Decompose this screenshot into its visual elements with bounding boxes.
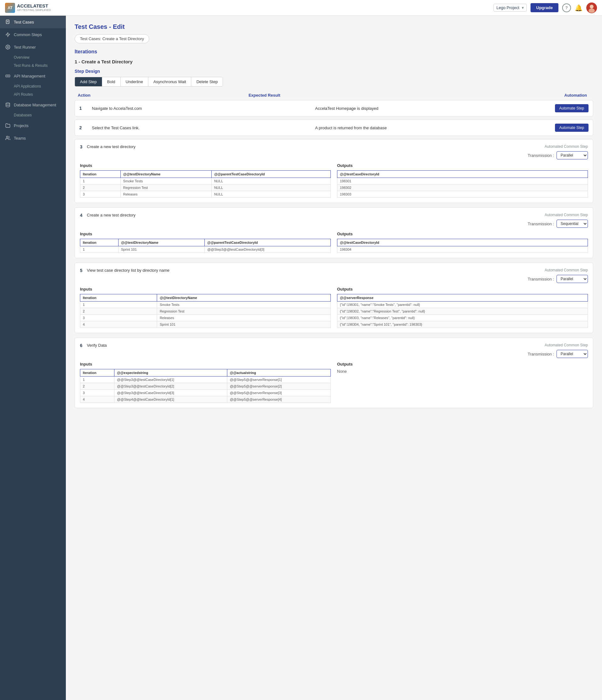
step-title: Create a new test directory [87, 144, 528, 149]
outputs-table: @@serverResponse {"id":198301, "name":"S… [337, 294, 588, 328]
inputs-section: Inputs Iteration @@testDirectoryName 1Sm… [80, 287, 331, 328]
upgrade-button[interactable]: Upgrade [530, 3, 558, 12]
step-right: Automated Common Step Transmission : Par… [528, 144, 588, 159]
col-header: @@actualstring [227, 369, 331, 376]
avatar[interactable] [586, 2, 597, 13]
breadcrumb[interactable]: Test Cases: Create a Test Directory [75, 34, 149, 43]
inputs-section: Inputs Iteration @@expectedstring @@actu… [80, 362, 331, 403]
step-action: Navigate to AccelaTest.com [92, 106, 312, 111]
transmission-select[interactable]: Parallel Sequential [556, 275, 588, 283]
expected-header: Expected Result [248, 92, 420, 99]
col-header: @@expectedstring [114, 369, 227, 376]
gear-icon [5, 45, 11, 50]
project-select[interactable]: Lego Project ▾ [494, 4, 527, 11]
sidebar-sub-test-runs[interactable]: Test Runs & Results [0, 61, 66, 70]
sidebar-sub-overview[interactable]: Overview [0, 53, 66, 61]
io-container: Inputs Iteration @@testDirectoryName @@p… [80, 231, 588, 253]
sidebar-item-common-steps[interactable]: Common Steps [0, 28, 66, 41]
sidebar-sub-api-applications[interactable]: API Applications [0, 82, 66, 90]
outputs-table: @@testCaseDirectoryId 198304 [337, 239, 588, 253]
inputs-table: Iteration @@expectedstring @@actualstrin… [80, 369, 331, 403]
logo-tagline: API TESTING SIMPLIFIED [17, 9, 51, 12]
automate-step-button[interactable]: Automate Step [555, 124, 588, 132]
inputs-table: Iteration @@testDirectoryName 1Smoke Tes… [80, 294, 331, 328]
table-row: 198301 [337, 178, 588, 184]
sidebar-item-test-runner[interactable]: Test Runner [0, 41, 66, 53]
page-title: Test Cases - Edit [75, 23, 593, 30]
async-wait-button[interactable]: Asynchronus Wait [148, 77, 191, 86]
lightning-icon [5, 32, 11, 37]
table-row: 1Smoke TestsNULL [80, 178, 331, 184]
step-right: Automated Common Step Transmission : Par… [528, 213, 588, 228]
outputs-heading: Outputs [337, 287, 588, 292]
transmission-row: Transmission : Parallel Sequential [528, 151, 588, 159]
sidebar-item-label: Teams [14, 136, 26, 141]
inputs-table: Iteration @@testDirectoryName @@parentTe… [80, 170, 331, 198]
delete-step-button[interactable]: Delete Step [191, 77, 223, 86]
outputs-heading: Outputs [337, 362, 588, 367]
table-row: 3ReleasesNULL [80, 191, 331, 198]
sidebar-item-label: Projects [14, 123, 29, 128]
sidebar-sub-api-routes[interactable]: API Routes [0, 90, 66, 99]
sidebar-item-teams[interactable]: Teams [0, 132, 66, 144]
automated-label: Automated Common Step [545, 144, 588, 149]
transmission-label: Transmission : [528, 277, 554, 281]
bold-button[interactable]: Bold [102, 77, 121, 86]
table-row: 3@@Step3@@testCaseDirectoryId[3]@@Step5@… [80, 390, 331, 396]
step-expected: A product is returned from the database [315, 125, 535, 130]
outputs-table: @@testCaseDirectoryId 198301 198302 1983… [337, 170, 588, 198]
sidebar-item-database-management[interactable]: Database Management [0, 99, 66, 111]
svg-point-10 [6, 136, 8, 138]
inputs-heading: Inputs [80, 163, 331, 168]
sidebar-sub-databases[interactable]: Databases [0, 111, 66, 119]
step-right: Automated Common Step Transmission : Par… [528, 343, 588, 358]
table-row: {"id":198303, "name":"Releases", "parent… [337, 315, 588, 321]
table-row: 4Sprint 101 [80, 321, 331, 328]
sidebar-item-api-management[interactable]: API Management [0, 70, 66, 82]
help-button[interactable]: ? [562, 3, 571, 12]
inputs-section: Inputs Iteration @@testDirectoryName @@p… [80, 163, 331, 198]
transmission-select[interactable]: Parallel Sequential [556, 350, 588, 358]
automation-header: Automation [419, 92, 590, 99]
automate-step-button[interactable]: Automate Step [555, 104, 588, 112]
sidebar-item-test-cases[interactable]: Test Cases [0, 16, 66, 28]
step-right: Automated Common Step Transmission : Par… [528, 268, 588, 283]
step-title: View test case directory list by directo… [87, 268, 528, 273]
step-card-header: 4 Create a new test directory Automated … [80, 213, 588, 228]
step-number: 2 [79, 125, 89, 130]
transmission-select[interactable]: Parallel Sequential [556, 151, 588, 159]
step-number: 3 [80, 144, 87, 149]
col-header: @@serverResponse [337, 294, 588, 302]
col-header: @@testDirectoryName [157, 294, 331, 302]
step-title: Create a new test directory [87, 213, 528, 218]
add-step-button[interactable]: Add Step [75, 77, 102, 86]
table-row: 2Regression Test [80, 308, 331, 315]
inputs-heading: Inputs [80, 231, 331, 236]
table-row: {"id":198301, "name":"Smoke Tests", "par… [337, 302, 588, 308]
document-icon [5, 20, 11, 24]
outputs-section: Outputs @@testCaseDirectoryId 198304 [337, 231, 588, 253]
step-card-4: 4 Create a new test directory Automated … [75, 207, 593, 258]
sidebar-item-label: Test Runner [14, 45, 36, 50]
io-container: Inputs Iteration @@testDirectoryName @@p… [80, 163, 588, 198]
col-header: Iteration [80, 369, 114, 376]
table-row: 198302 [337, 184, 588, 191]
underline-button[interactable]: Underline [121, 77, 149, 86]
sidebar-item-projects[interactable]: Projects [0, 119, 66, 132]
step-toolbar: Add Step Bold Underline Asynchronus Wait… [75, 77, 223, 86]
step-number: 4 [80, 213, 87, 218]
notification-bell-icon[interactable]: 🔔 [575, 4, 582, 11]
step-title: Verify Data [87, 343, 528, 348]
col-header: @@parentTestCaseDirectoryId [212, 171, 331, 178]
step-card-header: 3 Create a new test directory Automated … [80, 144, 588, 159]
step-number: 1 [79, 106, 89, 111]
automated-label: Automated Common Step [545, 268, 588, 272]
outputs-section: Outputs @@testCaseDirectoryId 198301 198… [337, 163, 588, 198]
header: AT ACCELATEST API TESTING SIMPLIFIED Leg… [0, 0, 602, 16]
database-icon [5, 102, 11, 107]
table-row: 2@@Step3@@testCaseDirectoryId[2]@@Step5@… [80, 383, 331, 390]
transmission-select[interactable]: Parallel Sequential [556, 220, 588, 228]
sidebar-item-label: Database Management [14, 103, 56, 107]
table-row: 198303 [337, 191, 588, 198]
table-row: 1Smoke Tests [80, 302, 331, 308]
